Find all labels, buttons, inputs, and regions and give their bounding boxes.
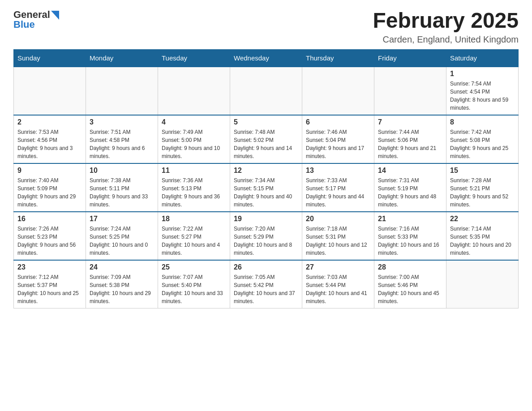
location: Carden, England, United Kingdom	[373, 34, 519, 45]
day-number: 28	[378, 263, 442, 271]
day-info: Sunrise: 7:54 AM Sunset: 4:54 PM Dayligh…	[450, 80, 515, 112]
day-number: 5	[234, 118, 298, 126]
day-info: Sunrise: 7:38 AM Sunset: 5:11 PM Dayligh…	[90, 176, 154, 209]
table-row: 7Sunrise: 7:44 AM Sunset: 5:06 PM Daylig…	[374, 115, 446, 163]
table-row: 14Sunrise: 7:31 AM Sunset: 5:19 PM Dayli…	[374, 163, 446, 212]
day-info: Sunrise: 7:40 AM Sunset: 5:09 PM Dayligh…	[17, 176, 82, 209]
week-row-3: 16Sunrise: 7:26 AM Sunset: 5:23 PM Dayli…	[14, 212, 519, 260]
day-number: 13	[306, 167, 370, 175]
day-info: Sunrise: 7:20 AM Sunset: 5:29 PM Dayligh…	[234, 225, 298, 257]
day-number: 25	[162, 263, 226, 271]
table-row: 27Sunrise: 7:03 AM Sunset: 5:44 PM Dayli…	[302, 260, 374, 308]
day-info: Sunrise: 7:03 AM Sunset: 5:44 PM Dayligh…	[306, 273, 370, 305]
header-saturday: Saturday	[446, 49, 519, 67]
svg-marker-0	[51, 11, 59, 20]
day-info: Sunrise: 7:22 AM Sunset: 5:27 PM Dayligh…	[162, 225, 226, 257]
table-row: 26Sunrise: 7:05 AM Sunset: 5:42 PM Dayli…	[230, 260, 302, 308]
header-wednesday: Wednesday	[230, 49, 302, 67]
table-row	[14, 67, 86, 115]
table-row: 24Sunrise: 7:09 AM Sunset: 5:38 PM Dayli…	[86, 260, 158, 308]
day-number: 4	[162, 118, 226, 126]
table-row: 23Sunrise: 7:12 AM Sunset: 5:37 PM Dayli…	[14, 260, 86, 308]
table-row: 12Sunrise: 7:34 AM Sunset: 5:15 PM Dayli…	[230, 163, 302, 212]
table-row: 4Sunrise: 7:49 AM Sunset: 5:00 PM Daylig…	[158, 115, 230, 163]
month-title: February 2025	[373, 9, 519, 33]
table-row: 9Sunrise: 7:40 AM Sunset: 5:09 PM Daylig…	[14, 163, 86, 212]
table-row: 10Sunrise: 7:38 AM Sunset: 5:11 PM Dayli…	[86, 163, 158, 212]
table-row: 5Sunrise: 7:48 AM Sunset: 5:02 PM Daylig…	[230, 115, 302, 163]
header-sunday: Sunday	[14, 49, 86, 67]
week-row-0: 1Sunrise: 7:54 AM Sunset: 4:54 PM Daylig…	[14, 67, 519, 115]
day-info: Sunrise: 7:53 AM Sunset: 4:56 PM Dayligh…	[17, 128, 82, 160]
table-row: 8Sunrise: 7:42 AM Sunset: 5:08 PM Daylig…	[446, 115, 519, 163]
table-row	[302, 67, 374, 115]
day-info: Sunrise: 7:33 AM Sunset: 5:17 PM Dayligh…	[306, 176, 370, 209]
day-info: Sunrise: 7:14 AM Sunset: 5:35 PM Dayligh…	[450, 225, 515, 257]
day-number: 3	[90, 118, 154, 126]
day-number: 27	[306, 263, 370, 271]
table-row: 16Sunrise: 7:26 AM Sunset: 5:23 PM Dayli…	[14, 212, 86, 260]
day-number: 2	[17, 118, 82, 126]
day-info: Sunrise: 7:16 AM Sunset: 5:33 PM Dayligh…	[378, 225, 442, 257]
week-row-4: 23Sunrise: 7:12 AM Sunset: 5:37 PM Dayli…	[14, 260, 519, 308]
day-info: Sunrise: 7:34 AM Sunset: 5:15 PM Dayligh…	[234, 176, 298, 209]
table-row: 1Sunrise: 7:54 AM Sunset: 4:54 PM Daylig…	[446, 67, 519, 115]
header-monday: Monday	[86, 49, 158, 67]
day-info: Sunrise: 7:44 AM Sunset: 5:06 PM Dayligh…	[378, 128, 442, 160]
table-row: 13Sunrise: 7:33 AM Sunset: 5:17 PM Dayli…	[302, 163, 374, 212]
page-header: General Blue February 2025 Carden, Engla…	[13, 9, 519, 45]
day-number: 6	[306, 118, 370, 126]
logo-text-blue: Blue	[13, 19, 35, 30]
day-info: Sunrise: 7:09 AM Sunset: 5:38 PM Dayligh…	[90, 273, 154, 305]
day-info: Sunrise: 7:48 AM Sunset: 5:02 PM Dayligh…	[234, 128, 298, 160]
day-info: Sunrise: 7:18 AM Sunset: 5:31 PM Dayligh…	[306, 225, 370, 257]
day-number: 22	[450, 215, 515, 223]
day-info: Sunrise: 7:12 AM Sunset: 5:37 PM Dayligh…	[17, 273, 82, 305]
table-row: 28Sunrise: 7:00 AM Sunset: 5:46 PM Dayli…	[374, 260, 446, 308]
weekday-header-row: Sunday Monday Tuesday Wednesday Thursday…	[14, 49, 519, 67]
day-number: 15	[450, 167, 515, 175]
day-number: 19	[234, 215, 298, 223]
day-number: 14	[378, 167, 442, 175]
day-info: Sunrise: 7:42 AM Sunset: 5:08 PM Dayligh…	[450, 128, 515, 160]
table-row: 21Sunrise: 7:16 AM Sunset: 5:33 PM Dayli…	[374, 212, 446, 260]
day-number: 20	[306, 215, 370, 223]
logo: General Blue	[13, 9, 59, 30]
day-number: 16	[17, 215, 82, 223]
day-info: Sunrise: 7:49 AM Sunset: 5:00 PM Dayligh…	[162, 128, 226, 160]
day-number: 21	[378, 215, 442, 223]
header-friday: Friday	[374, 49, 446, 67]
day-info: Sunrise: 7:31 AM Sunset: 5:19 PM Dayligh…	[378, 176, 442, 209]
day-info: Sunrise: 7:51 AM Sunset: 4:58 PM Dayligh…	[90, 128, 154, 160]
table-row: 6Sunrise: 7:46 AM Sunset: 5:04 PM Daylig…	[302, 115, 374, 163]
day-info: Sunrise: 7:36 AM Sunset: 5:13 PM Dayligh…	[162, 176, 226, 209]
table-row: 15Sunrise: 7:28 AM Sunset: 5:21 PM Dayli…	[446, 163, 519, 212]
day-info: Sunrise: 7:26 AM Sunset: 5:23 PM Dayligh…	[17, 225, 82, 257]
day-number: 23	[17, 263, 82, 271]
table-row	[158, 67, 230, 115]
table-row: 11Sunrise: 7:36 AM Sunset: 5:13 PM Dayli…	[158, 163, 230, 212]
title-section: February 2025 Carden, England, United Ki…	[373, 9, 519, 45]
header-tuesday: Tuesday	[158, 49, 230, 67]
table-row: 19Sunrise: 7:20 AM Sunset: 5:29 PM Dayli…	[230, 212, 302, 260]
day-number: 10	[90, 167, 154, 175]
day-number: 26	[234, 263, 298, 271]
day-number: 7	[378, 118, 442, 126]
table-row: 20Sunrise: 7:18 AM Sunset: 5:31 PM Dayli…	[302, 212, 374, 260]
day-number: 11	[162, 167, 226, 175]
calendar: Sunday Monday Tuesday Wednesday Thursday…	[13, 49, 519, 308]
table-row	[374, 67, 446, 115]
logo-arrow-icon	[51, 11, 59, 20]
day-number: 1	[450, 70, 515, 78]
day-number: 24	[90, 263, 154, 271]
table-row	[446, 260, 519, 308]
week-row-2: 9Sunrise: 7:40 AM Sunset: 5:09 PM Daylig…	[14, 163, 519, 212]
table-row: 22Sunrise: 7:14 AM Sunset: 5:35 PM Dayli…	[446, 212, 519, 260]
day-number: 18	[162, 215, 226, 223]
week-row-1: 2Sunrise: 7:53 AM Sunset: 4:56 PM Daylig…	[14, 115, 519, 163]
table-row	[86, 67, 158, 115]
day-info: Sunrise: 7:00 AM Sunset: 5:46 PM Dayligh…	[378, 273, 442, 305]
table-row: 17Sunrise: 7:24 AM Sunset: 5:25 PM Dayli…	[86, 212, 158, 260]
day-info: Sunrise: 7:24 AM Sunset: 5:25 PM Dayligh…	[90, 225, 154, 257]
day-number: 8	[450, 118, 515, 126]
